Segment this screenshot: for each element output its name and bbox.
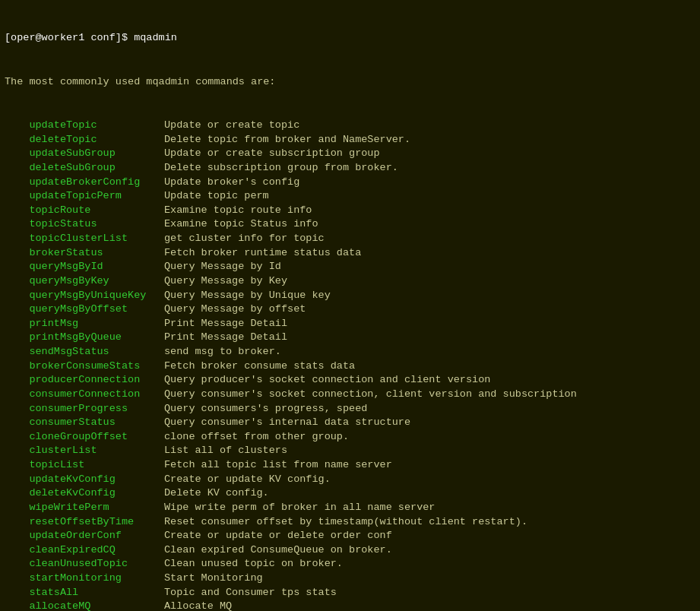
command-row: deleteSubGroupDelete subscription group …	[5, 161, 695, 176]
command-row: queryMsgByIdQuery Message by Id	[5, 260, 695, 274]
command-name: startMonitoring	[5, 571, 164, 586]
command-row: topicRouteExamine topic route info	[5, 204, 695, 218]
command-name: deleteTopic	[5, 133, 164, 147]
command-name: consumerProgress	[5, 402, 164, 416]
command-row: startMonitoringStart Monitoring	[5, 571, 695, 586]
command-description: Query Message by Key	[164, 274, 287, 289]
command-row: consumerConnectionQuery consumer's socke…	[5, 388, 695, 402]
command-name: updateTopicPerm	[5, 189, 164, 204]
terminal-window: [oper@worker1 conf]$ mqadmin The most co…	[5, 3, 695, 611]
command-name: queryMsgByKey	[5, 274, 164, 289]
command-name: wipeWritePerm	[5, 501, 164, 515]
command-description: Start Monitoring	[164, 571, 263, 586]
command-name: queryMsgByUniqueKey	[5, 289, 164, 303]
command-name: topicStatus	[5, 217, 164, 232]
command-row: deleteKvConfigDelete KV config.	[5, 486, 695, 501]
command-description: Examine topic Status info	[164, 217, 318, 232]
command-row: updateSubGroupUpdate or create subscript…	[5, 147, 695, 161]
command-row: statsAllTopic and Consumer tps stats	[5, 586, 695, 600]
header-line: The most commonly used mqadmin commands …	[5, 75, 695, 90]
command-row: cleanExpiredCQClean expired ConsumeQueue…	[5, 543, 695, 558]
command-name: deleteKvConfig	[5, 486, 164, 501]
command-description: Delete KV config.	[164, 486, 269, 501]
command-row: resetOffsetByTimeReset consumer offset b…	[5, 515, 695, 530]
command-description: clone offset from other group.	[164, 430, 349, 445]
command-name: resetOffsetByTime	[5, 515, 164, 530]
command-name: topicClusterList	[5, 232, 164, 246]
command-name: updateBrokerConfig	[5, 176, 164, 190]
command-name: deleteSubGroup	[5, 161, 164, 176]
command-description: Fetch all topic list from name server	[164, 458, 392, 473]
command-row: updateKvConfigCreate or update KV config…	[5, 473, 695, 487]
command-description: Wipe write perm of broker in all name se…	[164, 501, 435, 515]
command-row: brokerStatusFetch broker runtime status …	[5, 246, 695, 261]
command-name: brokerConsumeStats	[5, 359, 164, 374]
command-name: sendMsgStatus	[5, 345, 164, 359]
command-name: producerConnection	[5, 373, 164, 388]
command-row: topicListFetch all topic list from name …	[5, 458, 695, 473]
command-name: brokerStatus	[5, 246, 164, 261]
command-name: cleanUnusedTopic	[5, 557, 164, 571]
command-name: allocateMQ	[5, 600, 164, 611]
command-description: Delete topic from broker and NameServer.	[164, 133, 410, 147]
command-description: Create or update KV config.	[164, 473, 331, 487]
command-name: queryMsgByOffset	[5, 302, 164, 317]
command-description: Fetch broker consume stats data	[164, 359, 355, 374]
command-description: Clean expired ConsumeQueue on broker.	[164, 543, 392, 558]
command-row: topicStatusExamine topic Status info	[5, 217, 695, 232]
command-name: clusterList	[5, 444, 164, 458]
command-description: Query Message by Unique key	[164, 289, 331, 303]
command-row: updateTopicUpdate or create topic	[5, 119, 695, 133]
command-row: queryMsgByOffsetQuery Message by offset	[5, 302, 695, 317]
command-description: Query consumer's internal data structure	[164, 416, 410, 430]
commands-list: updateTopicUpdate or create topic delete…	[5, 119, 695, 611]
command-name: consumerStatus	[5, 416, 164, 430]
command-row: consumerStatusQuery consumer's internal …	[5, 416, 695, 430]
command-row: queryMsgByKeyQuery Message by Key	[5, 274, 695, 289]
command-description: Create or update or delete order conf	[164, 529, 392, 543]
command-row: deleteTopicDelete topic from broker and …	[5, 133, 695, 147]
command-description: Print Message Detail	[164, 331, 287, 345]
command-row: allocateMQAllocate MQ	[5, 600, 695, 611]
command-name: cleanExpiredCQ	[5, 543, 164, 558]
command-name: statsAll	[5, 586, 164, 600]
command-row: topicClusterListget cluster info for top…	[5, 232, 695, 246]
command-description: Query producer's socket connection and c…	[164, 373, 490, 388]
command-row: producerConnectionQuery producer's socke…	[5, 373, 695, 388]
command-description: Fetch broker runtime status data	[164, 246, 361, 261]
command-row: cleanUnusedTopicClean unused topic on br…	[5, 557, 695, 571]
command-row: updateTopicPermUpdate topic perm	[5, 189, 695, 204]
command-row: cloneGroupOffsetclone offset from other …	[5, 430, 695, 445]
command-row: consumerProgressQuery consumers's progre…	[5, 402, 695, 416]
prompt-line: [oper@worker1 conf]$ mqadmin	[5, 31, 695, 46]
command-description: Query consumers's progress, speed	[164, 402, 367, 416]
command-name: consumerConnection	[5, 388, 164, 402]
command-name: topicList	[5, 458, 164, 473]
command-name: printMsgByQueue	[5, 331, 164, 345]
command-name: updateSubGroup	[5, 147, 164, 161]
command-row: sendMsgStatussend msg to broker.	[5, 345, 695, 359]
command-description: List all of clusters	[164, 444, 287, 458]
command-name: printMsg	[5, 317, 164, 331]
command-description: Update or create subscription group	[164, 147, 380, 161]
command-row: clusterListList all of clusters	[5, 444, 695, 458]
command-description: Query Message by Id	[164, 260, 281, 274]
command-name: queryMsgById	[5, 260, 164, 274]
command-name: updateOrderConf	[5, 529, 164, 543]
command-name: updateKvConfig	[5, 473, 164, 487]
command-description: Reset consumer offset by timestamp(witho…	[164, 515, 527, 530]
command-row: printMsgPrint Message Detail	[5, 317, 695, 331]
command-description: Update topic perm	[164, 189, 269, 204]
command-description: Update or create topic	[164, 119, 299, 133]
command-description: Clean unused topic on broker.	[164, 557, 343, 571]
command-description: Update broker's config	[164, 176, 299, 190]
command-description: get cluster info for topic	[164, 232, 325, 246]
command-description: Examine topic route info	[164, 204, 312, 218]
command-description: Topic and Consumer tps stats	[164, 586, 337, 600]
command-description: Print Message Detail	[164, 317, 287, 331]
command-description: Query Message by offset	[164, 302, 306, 317]
command-row: printMsgByQueuePrint Message Detail	[5, 331, 695, 345]
command-description: Delete subscription group from broker.	[164, 161, 398, 176]
command-row: updateOrderConfCreate or update or delet…	[5, 529, 695, 543]
command-description: Query consumer's socket connection, clie…	[164, 388, 577, 402]
